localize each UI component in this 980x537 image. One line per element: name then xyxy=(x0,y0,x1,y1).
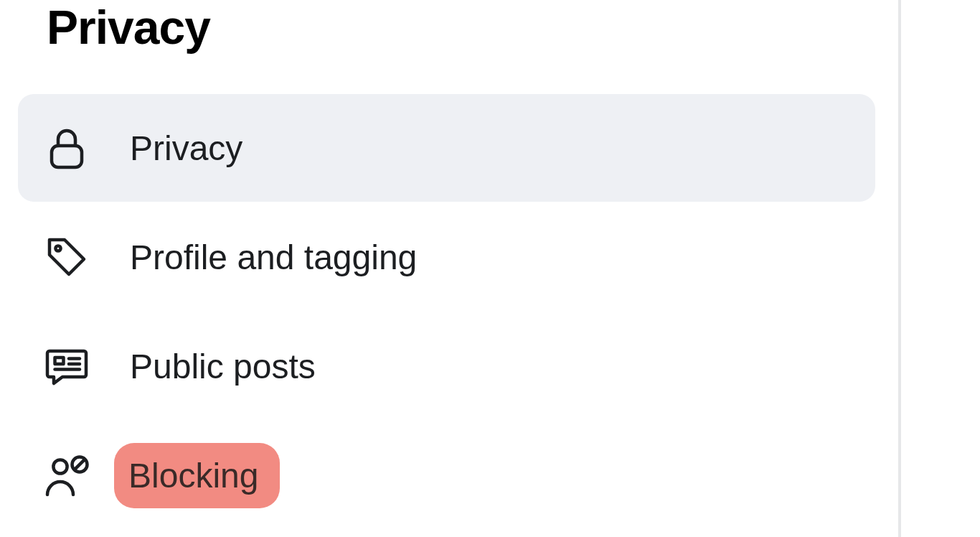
privacy-sidebar: Privacy Privacy Profile and tagging xyxy=(0,0,875,529)
svg-line-8 xyxy=(75,459,85,470)
highlight-pill: Blocking xyxy=(114,443,280,508)
sidebar-item-label: Blocking xyxy=(128,457,258,495)
sidebar-item-label: Profile and tagging xyxy=(130,238,417,277)
sidebar-item-privacy[interactable]: Privacy xyxy=(18,94,875,202)
svg-rect-2 xyxy=(55,358,64,364)
sidebar-item-label: Public posts xyxy=(130,347,316,386)
sidebar-item-public-posts[interactable]: Public posts xyxy=(18,312,875,420)
sidebar-item-label: Privacy xyxy=(130,129,242,168)
svg-point-1 xyxy=(55,246,60,251)
lock-icon xyxy=(39,121,94,175)
svg-point-6 xyxy=(53,459,67,473)
posts-icon xyxy=(39,339,94,393)
sidebar-item-profile-tagging[interactable]: Profile and tagging xyxy=(18,203,875,311)
svg-rect-0 xyxy=(52,146,82,167)
vertical-divider xyxy=(898,0,901,537)
section-title: Privacy xyxy=(18,0,875,94)
sidebar-item-blocking[interactable]: Blocking xyxy=(18,421,875,529)
tag-icon xyxy=(39,230,94,284)
block-user-icon xyxy=(39,448,94,503)
